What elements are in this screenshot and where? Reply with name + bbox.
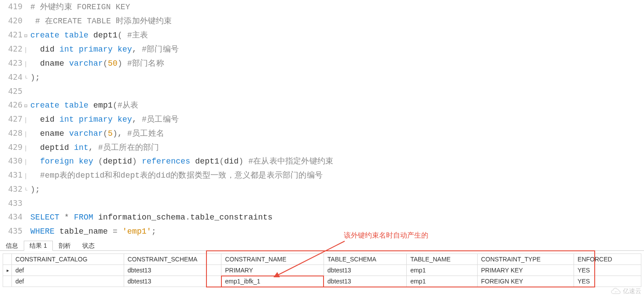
line-number: 435 — [0, 224, 24, 238]
table-cell[interactable]: FOREIGN KEY — [477, 276, 574, 287]
code-line[interactable]: 433 — [0, 197, 644, 210]
table-cell[interactable]: YES — [574, 276, 641, 287]
code-content[interactable]: deptid int, #员工所在的部门 — [30, 141, 159, 155]
column-header[interactable]: ENFORCED — [574, 254, 641, 265]
code-content[interactable]: create table dept1( #主表 — [30, 29, 148, 42]
column-header[interactable]: CONSTRAINT_NAME — [221, 254, 324, 265]
code-content[interactable]: ); — [30, 183, 40, 197]
line-number: 425 — [0, 85, 24, 98]
svg-point-1 — [615, 291, 616, 292]
line-number: 423 — [0, 56, 24, 70]
fold-mark — [24, 228, 30, 237]
code-content[interactable]: # 外键约束 FOREIGN KEY — [30, 0, 130, 14]
code-content[interactable]: create table emp1(#从表 — [30, 99, 138, 112]
table-cell[interactable]: dbtest13 — [124, 276, 221, 287]
fold-mark — [24, 214, 30, 223]
code-line[interactable]: 428│ ename varchar(5), #员工姓名 — [0, 127, 644, 141]
code-content[interactable]: #emp表的deptid和和dept表的did的数据类型一致，意义都是表示部门的… — [30, 169, 323, 183]
column-header[interactable]: CONSTRAINT_CATALOG — [11, 254, 124, 265]
line-number: 426 — [0, 98, 24, 112]
code-line[interactable]: 419 # 外键约束 FOREIGN KEY — [0, 0, 644, 14]
table-cell[interactable]: dbtest13 — [324, 265, 406, 276]
code-content[interactable]: dname varchar(50) #部门名称 — [30, 57, 164, 71]
table-cell[interactable]: dbtest13 — [124, 265, 221, 276]
fold-mark: │ — [24, 116, 30, 125]
table-cell[interactable]: YES — [574, 265, 641, 276]
tab-1[interactable]: 结果 1 — [24, 241, 53, 251]
code-line[interactable]: 435 WHERE table_name = 'emp1'; — [0, 224, 644, 238]
table-header-row: CONSTRAINT_CATALOGCONSTRAINT_SCHEMACONST… — [3, 254, 641, 265]
line-number: 424 — [0, 71, 24, 84]
table-row[interactable]: ▸defdbtest13PRIMARYdbtest13emp1PRIMARY K… — [3, 265, 641, 276]
table-cell[interactable]: PRIMARY — [221, 265, 324, 276]
code-line[interactable]: 425 — [0, 85, 644, 98]
table-cell[interactable]: emp1_ibfk_1 — [221, 276, 324, 287]
code-content[interactable]: did int primary key, #部门编号 — [30, 43, 179, 56]
code-line[interactable]: 427│ eid int primary key, #员工编号 — [0, 112, 644, 127]
code-content[interactable]: WHERE table_name = 'emp1'; — [30, 225, 156, 238]
column-header[interactable]: CONSTRAINT_SCHEMA — [124, 254, 221, 265]
line-number: 419 — [0, 0, 24, 14]
code-content[interactable]: eid int primary key, #员工编号 — [30, 113, 179, 127]
table-cell[interactable]: def — [11, 265, 124, 276]
fold-mark: │ — [24, 172, 30, 181]
cloud-icon — [611, 287, 621, 295]
code-line[interactable]: 434 SELECT * FROM information_schema.tab… — [0, 210, 644, 224]
code-line[interactable]: 426⊟create table emp1(#从表 — [0, 98, 644, 112]
code-line[interactable]: 424└); — [0, 71, 644, 85]
code-content[interactable]: SELECT * FROM information_schema.table_c… — [30, 211, 272, 224]
fold-mark — [24, 4, 30, 13]
fold-mark: │ — [24, 158, 30, 167]
results-grid-wrap: CONSTRAINT_CATALOGCONSTRAINT_SCHEMACONST… — [0, 251, 644, 287]
code-line[interactable]: 430│ foreign key (deptid) references dep… — [0, 154, 644, 168]
line-number: 433 — [0, 197, 24, 210]
fold-mark: │ — [24, 46, 30, 55]
code-content[interactable]: ename varchar(5), #员工姓名 — [30, 127, 164, 141]
line-number: 427 — [0, 112, 24, 126]
code-content[interactable]: # 在CREATE TABLE 时添加外键约束 — [30, 15, 172, 28]
fold-mark[interactable]: ⊟ — [24, 102, 30, 111]
code-content[interactable]: ); — [30, 71, 40, 85]
fold-mark: │ — [24, 60, 30, 69]
line-number: 420 — [0, 14, 24, 28]
tab-2[interactable]: 剖析 — [53, 241, 77, 251]
line-number: 422 — [0, 42, 24, 56]
fold-mark: └ — [24, 186, 30, 195]
results-grid[interactable]: CONSTRAINT_CATALOGCONSTRAINT_SCHEMACONST… — [3, 253, 641, 287]
code-content[interactable]: foreign key (deptid) references dept1(di… — [30, 155, 333, 168]
line-number: 432 — [0, 183, 24, 196]
table-cell[interactable]: def — [11, 276, 124, 287]
fold-mark — [24, 88, 30, 97]
result-tabs: 信息结果 1剖析状态 — [0, 240, 644, 251]
fold-mark: │ — [24, 130, 30, 139]
tab-0[interactable]: 信息 — [0, 241, 24, 251]
watermark: 亿速云 — [611, 287, 641, 295]
row-indicator: ▸ — [3, 265, 12, 276]
fold-mark — [24, 18, 30, 27]
code-line[interactable]: 421⊟create table dept1( #主表 — [0, 28, 644, 42]
column-header[interactable]: CONSTRAINT_TYPE — [477, 254, 574, 265]
row-indicator — [3, 276, 12, 287]
table-cell[interactable]: emp1 — [407, 276, 478, 287]
code-line[interactable]: 422│ did int primary key, #部门编号 — [0, 42, 644, 56]
column-header[interactable]: TABLE_NAME — [407, 254, 478, 265]
fold-mark — [24, 200, 30, 209]
table-cell[interactable]: emp1 — [407, 265, 478, 276]
fold-mark[interactable]: ⊟ — [24, 32, 30, 41]
code-line[interactable]: 432└); — [0, 183, 644, 197]
code-line[interactable]: 423│ dname varchar(50) #部门名称 — [0, 56, 644, 71]
table-cell[interactable]: dbtest13 — [324, 276, 406, 287]
code-line[interactable]: 420 # 在CREATE TABLE 时添加外键约束 — [0, 14, 644, 28]
line-number: 421 — [0, 28, 24, 42]
code-line[interactable]: 429│ deptid int, #员工所在的部门 — [0, 141, 644, 155]
code-line[interactable]: 431│ #emp表的deptid和和dept表的did的数据类型一致，意义都是… — [0, 168, 644, 183]
fold-mark: │ — [24, 144, 30, 153]
fold-mark: └ — [24, 74, 30, 83]
column-header[interactable]: TABLE_SCHEMA — [324, 254, 406, 265]
code-editor[interactable]: 419 # 外键约束 FOREIGN KEY420 # 在CREATE TABL… — [0, 0, 644, 238]
line-number: 428 — [0, 127, 24, 140]
tab-3[interactable]: 状态 — [77, 241, 100, 251]
annotation-text: 该外键约束名时自动产生的 — [344, 231, 428, 240]
table-row[interactable]: defdbtest13emp1_ibfk_1dbtest13emp1FOREIG… — [3, 276, 641, 287]
table-cell[interactable]: PRIMARY KEY — [477, 265, 574, 276]
